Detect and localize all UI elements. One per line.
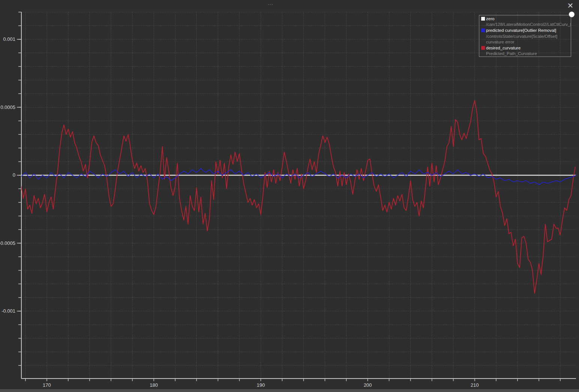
x-tick-label: 170 xyxy=(43,382,51,388)
legend-item-predicted-curvature[interactable]: predicted curvature[Outlier Removal] xyxy=(481,27,571,33)
legend-item-can-signal[interactable]: /can/128/LateralMotionControl2/LatCtlCur… xyxy=(481,22,571,28)
legend-item-controls-state[interactable]: /controlsState/curvature[Scale/Offset] xyxy=(481,33,571,39)
legend-item-label: desired_curvature xyxy=(486,46,521,50)
legend-item-zero[interactable]: zero xyxy=(481,16,571,22)
x-tick-label: 210 xyxy=(471,382,479,388)
pane-drag-handle-icon[interactable]: ... xyxy=(263,1,278,7)
y-tick-label: 0.0005 xyxy=(0,104,15,110)
legend-item-curvature-error[interactable]: curvature error xyxy=(481,39,571,45)
legend-item-label: zero xyxy=(486,16,494,21)
legend-item-label: predicted curvature[Outlier Removal] xyxy=(486,28,556,33)
legend-item-label: /can/128/LateralMotionControl2/LatCtlCur… xyxy=(486,22,571,27)
series-swatch xyxy=(481,17,485,21)
grid xyxy=(21,12,576,379)
pane-divider[interactable] xyxy=(0,389,579,392)
legend-resize-handle[interactable] xyxy=(569,12,575,17)
series-swatch xyxy=(481,46,485,50)
legend: zero /can/128/LateralMotionControl2/LatC… xyxy=(479,15,571,57)
axes xyxy=(21,12,576,379)
y-tick-label: -0.001 xyxy=(1,308,15,314)
series-desired-curvature xyxy=(21,100,575,294)
x-tick-label: 190 xyxy=(257,382,265,388)
legend-item-label: Predicted_Path_Curvature xyxy=(486,51,537,56)
y-tick-label: -0.0005 xyxy=(0,240,15,246)
y-tick-label: 0 xyxy=(13,172,15,178)
plot-pane: 1701801902002100.0010.00050-0.0005-0.001… xyxy=(0,0,579,392)
axis-ticks xyxy=(17,12,560,381)
legend-item-label: /controlsState/curvature[Scale/Offset] xyxy=(486,34,557,39)
x-tick-label: 200 xyxy=(364,382,372,388)
legend-item-desired-curvature[interactable]: desired_curvature xyxy=(481,45,571,51)
plot-canvas[interactable]: 1701801902002100.0010.00050-0.0005-0.001 xyxy=(0,0,579,392)
axis-labels: 1701801902002100.0010.00050-0.0005-0.001 xyxy=(0,36,479,388)
series xyxy=(21,100,576,294)
x-tick-label: 180 xyxy=(150,382,158,388)
legend-item-predicted-path-curvature[interactable]: Predicted_Path_Curvature xyxy=(481,51,571,57)
series-swatch xyxy=(481,28,485,32)
legend-item-label: curvature error xyxy=(486,40,514,44)
y-tick-label: 0.001 xyxy=(3,36,15,42)
close-icon[interactable]: ✕ xyxy=(565,1,576,10)
